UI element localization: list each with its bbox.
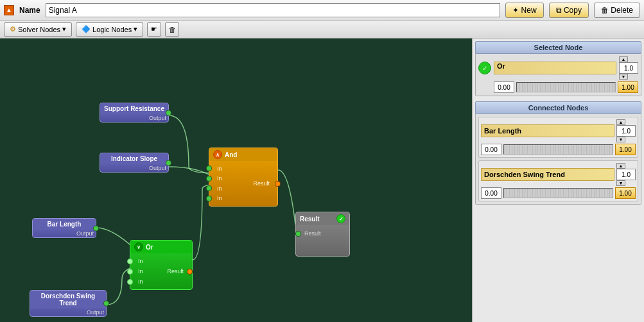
selected-node-icon: ✓ <box>478 62 491 74</box>
and-in-side: In In In In <box>209 161 222 206</box>
selected-node-slider-row: 0.00 1.00 <box>478 81 638 93</box>
and-icon: ∧ <box>213 150 222 159</box>
or-result-port[interactable] <box>187 269 193 275</box>
and-in3-row: In <box>209 185 222 192</box>
and-out-side: Result <box>222 161 277 206</box>
result-node[interactable]: Result ✓ Result <box>295 212 350 257</box>
sn-val-right: 1.00 <box>618 81 638 93</box>
and-result-row: Result <box>253 180 277 187</box>
cn-bl-name-row: Bar Length ▲ ▼ <box>481 119 636 142</box>
selected-node-name-row: ✓ Or ▲ ▼ <box>478 56 638 80</box>
and-in1-port[interactable] <box>206 165 212 171</box>
or-in2-row: In <box>130 268 143 275</box>
collapse-arrow[interactable]: ▲ <box>4 5 14 15</box>
logic-nodes-button[interactable]: 🔷 Logic Nodes ▾ <box>76 22 143 37</box>
connected-dorschden-item: Dorschden Swing Trend ▲ ▼ 0.00 1.00 <box>478 160 638 201</box>
cn-dst-spin-up[interactable]: ▲ <box>616 163 625 169</box>
result-header: Result ✓ <box>296 212 349 225</box>
solver-icon: ⚙ <box>10 25 16 33</box>
and-in3-port[interactable] <box>206 185 212 191</box>
connected-nodes-title: Connected Nodes <box>475 101 641 114</box>
bl-output-label: Output <box>33 230 96 237</box>
copy-button[interactable]: ⧉ Copy <box>549 3 589 18</box>
delete-tool-button[interactable]: 🗑 <box>165 22 179 37</box>
and-header: ∧ And <box>209 148 277 161</box>
cn-bl-spin-up[interactable]: ▲ <box>616 119 625 125</box>
signal-name-input[interactable] <box>46 3 501 17</box>
cn-bl-spin-input[interactable] <box>616 125 636 137</box>
name-label: Name <box>19 6 40 15</box>
or-in1-row: In <box>130 258 143 264</box>
and-node[interactable]: ∧ And In In In <box>209 148 278 207</box>
new-button[interactable]: ✦ New <box>505 3 543 18</box>
hand-tool-button[interactable]: ☛ <box>147 22 161 37</box>
selected-node-name-field[interactable]: Or <box>494 62 616 74</box>
logic-dropdown-arrow: ▾ <box>134 25 137 33</box>
or-in-side: In In In <box>130 253 143 289</box>
logic-icon: 🔷 <box>82 25 91 33</box>
or-header: ∨ Or <box>130 241 192 253</box>
main-area: Support Resistance Output Indicator Slop… <box>0 38 644 322</box>
or-out-side: Result <box>143 253 192 289</box>
spin-down-btn[interactable]: ▼ <box>619 74 628 80</box>
delete-button[interactable]: 🗑 Delete <box>594 3 640 18</box>
indicator-slope-node[interactable]: Indicator Slope Output <box>100 153 169 173</box>
cn-bl-name: Bar Length <box>481 124 614 137</box>
sr-header: Support Resistance <box>100 103 168 114</box>
result-body: Result <box>296 225 349 242</box>
is-output-port[interactable] <box>166 160 171 165</box>
result-in-port[interactable] <box>295 231 301 237</box>
cn-dst-val-right: 1.00 <box>615 187 636 199</box>
or-in1-port[interactable] <box>127 258 133 264</box>
and-ports: In In In In <box>209 161 277 206</box>
and-in4-row: In <box>209 195 222 201</box>
or-in3-row: In <box>130 278 143 285</box>
selected-node-spinner: ▲ ▼ <box>619 56 638 80</box>
dorschden-swing-trend-node[interactable]: Dorschden Swing Trend Output <box>30 290 107 317</box>
cn-bl-spinner: ▲ ▼ <box>616 119 636 142</box>
or-icon: ∨ <box>134 242 143 251</box>
connected-bar-length-item: Bar Length ▲ ▼ 0.00 1.00 <box>478 117 638 158</box>
dst-header: Dorschden Swing Trend <box>30 291 106 309</box>
cn-dst-val-left: 0.00 <box>481 187 501 199</box>
cn-bl-slider[interactable] <box>503 144 613 155</box>
result-check-icon: ✓ <box>336 214 345 223</box>
right-panel: Selected Node ✓ Or ▲ ▼ 0.00 1.00 <box>472 38 644 322</box>
or-in2-port[interactable] <box>127 269 133 275</box>
and-in2-port[interactable] <box>206 176 212 182</box>
spin-up-btn[interactable]: ▲ <box>619 56 628 62</box>
cn-bl-val-left: 0.00 <box>481 144 501 155</box>
is-output-label: Output <box>100 164 168 172</box>
cn-dst-name-row: Dorschden Swing Trend ▲ ▼ <box>481 163 636 186</box>
selected-node-section: Selected Node ✓ Or ▲ ▼ 0.00 1.00 <box>475 41 641 96</box>
cn-dst-slider-row: 0.00 1.00 <box>481 187 636 199</box>
and-in1-row: In <box>209 165 222 172</box>
is-header: Indicator Slope <box>100 153 168 164</box>
or-node[interactable]: ∨ Or In In In <box>130 240 193 290</box>
spin-value-input[interactable] <box>619 62 638 74</box>
bl-output-port[interactable] <box>93 225 99 231</box>
or-in3-port[interactable] <box>127 279 133 285</box>
sn-val-left: 0.00 <box>494 81 514 93</box>
support-resistance-node[interactable]: Support Resistance Output <box>100 103 169 123</box>
sr-output-port[interactable] <box>166 110 171 115</box>
and-in4-port[interactable] <box>206 196 212 201</box>
cn-bl-spin-down[interactable]: ▼ <box>616 137 625 142</box>
bar-length-node[interactable]: Bar Length Output <box>32 218 96 238</box>
selected-node-title: Selected Node <box>475 41 641 54</box>
cn-dst-slider[interactable] <box>503 188 613 198</box>
cn-dst-spin-input[interactable] <box>616 169 636 180</box>
dst-output-port[interactable] <box>103 301 109 307</box>
cn-dst-spin-down[interactable]: ▼ <box>616 180 625 186</box>
and-in2-row: In <box>209 175 222 182</box>
sn-slider[interactable] <box>516 82 616 92</box>
cn-bl-val-right: 1.00 <box>615 144 636 155</box>
and-result-port[interactable] <box>275 181 281 187</box>
cn-dst-spinner: ▲ ▼ <box>616 163 636 186</box>
node-canvas[interactable]: Support Resistance Output Indicator Slop… <box>0 38 472 322</box>
connected-nodes-body: Bar Length ▲ ▼ 0.00 1.00 <box>475 114 641 205</box>
connected-nodes-section: Connected Nodes Bar Length ▲ ▼ 0.00 <box>475 101 641 205</box>
solver-dropdown-arrow: ▾ <box>62 25 66 33</box>
second-toolbar: ⚙ Solver Nodes ▾ 🔷 Logic Nodes ▾ ☛ 🗑 ◄ <box>0 21 644 38</box>
solver-nodes-button[interactable]: ⚙ Solver Nodes ▾ <box>4 22 72 37</box>
